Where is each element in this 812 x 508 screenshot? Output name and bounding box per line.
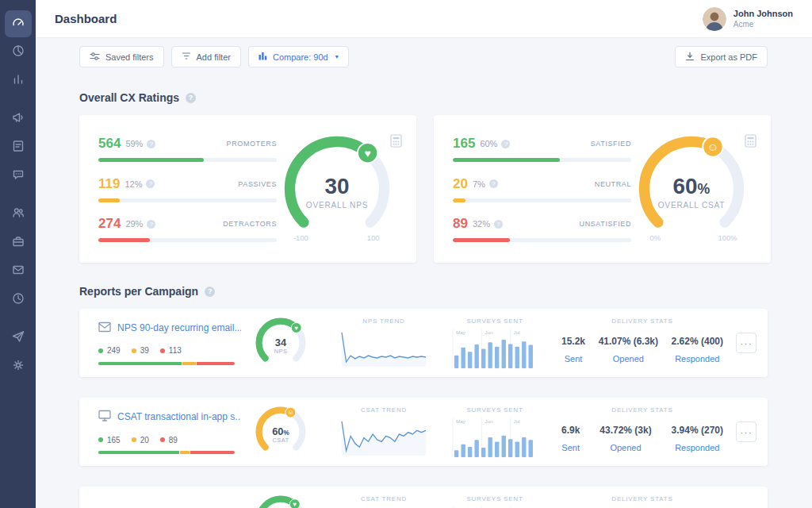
satisfied-progress-bar <box>453 158 631 162</box>
surveys-sent-label: SURVEYS SENT <box>451 406 538 414</box>
campaign-row: NPS 90-day recurring email... 24939113 ♥… <box>79 309 768 377</box>
sent-stat: 15.2k Sent <box>561 336 585 364</box>
svg-text:♥: ♥ <box>294 325 298 332</box>
sidebar-item-settings[interactable] <box>5 353 32 380</box>
campaign-gauge: ♥ <box>253 493 308 508</box>
svg-text:OVERALL NPS: OVERALL NPS <box>306 201 368 210</box>
user-name: John Johnson <box>733 9 793 18</box>
dashboard-content: Overall CX Ratings ? 564 59% ? PROMOTERS <box>36 75 812 508</box>
sidebar-item-chat[interactable] <box>5 163 32 190</box>
satisfied-value: 165 <box>453 136 475 152</box>
sidebar-item-bar-chart[interactable] <box>5 67 32 94</box>
trend-label: CSAT TREND <box>340 406 427 414</box>
svg-text:♥: ♥ <box>293 501 297 508</box>
passives-progress-bar <box>98 198 277 202</box>
section-reports-per-campaign: Reports per Campaign ? <box>79 285 768 298</box>
nps-gauge: ♥ 30 OVERALL NPS-100 100 <box>277 129 397 249</box>
help-icon[interactable]: ? <box>489 179 498 188</box>
sent-link[interactable]: Sent <box>561 354 585 364</box>
campaign-gauge: ☺ 60% CSAT <box>253 404 308 460</box>
campaign-link[interactable]: NPS 90-day recurring email... <box>98 321 241 335</box>
svg-text:May: May <box>456 330 466 335</box>
page-title: Dashboard <box>55 12 117 25</box>
responded-stat: 3.94% (270) Responded <box>672 425 723 452</box>
calculator-icon[interactable] <box>745 134 756 151</box>
sidebar-item-survey[interactable] <box>5 134 32 161</box>
megaphone-icon <box>11 110 25 128</box>
trend-label: NPS TREND <box>340 318 427 325</box>
top-header: Dashboard John Johnson Acme <box>36 0 812 38</box>
help-icon[interactable]: ? <box>186 93 196 103</box>
delivery-stats-label: DELIVERY STATS <box>558 318 726 325</box>
sidebar-item-pie-chart[interactable] <box>5 39 32 66</box>
sidebar-item-dashboard[interactable] <box>5 10 32 37</box>
gear-icon <box>11 358 25 375</box>
opened-link[interactable]: Opened <box>599 354 658 364</box>
svg-text:Jul: Jul <box>514 419 520 424</box>
svg-text:CSAT: CSAT <box>272 437 289 444</box>
svg-text:0%: 0% <box>650 233 661 242</box>
filter-icon <box>182 52 191 62</box>
compare-dropdown[interactable]: Compare: 90d ▾ <box>248 46 349 67</box>
sidebar-item-history[interactable] <box>5 287 32 314</box>
help-icon[interactable]: ? <box>147 140 155 148</box>
svg-text:34: 34 <box>275 337 287 348</box>
help-icon[interactable]: ? <box>205 287 215 297</box>
help-icon[interactable]: ? <box>147 220 155 229</box>
sidebar-item-users[interactable] <box>5 201 32 228</box>
unsatisfied-row: 89 32% ? UNSATISFIED <box>453 216 631 242</box>
opened-stat: 43.72% (3k) Opened <box>599 425 651 452</box>
user-menu[interactable]: John Johnson Acme <box>703 7 793 31</box>
neutral-value: 20 <box>453 176 468 192</box>
satisfied-row: 165 60% ? SATISFIED <box>453 136 631 162</box>
campaign-row: ♥ CSAT TREND SURVEYS SENT May Jun Jul DE… <box>79 487 768 508</box>
survey-document-icon <box>11 139 25 156</box>
opened-link[interactable]: Opened <box>599 443 651 452</box>
csat-card: 165 60% ? SATISFIED 20 7% ? <box>434 115 771 263</box>
help-icon[interactable]: ? <box>494 220 503 229</box>
svg-text:60%: 60% <box>272 425 289 437</box>
detractors-row: 274 29% ? DETRACTORS <box>98 216 277 242</box>
bar-chart-icon <box>11 72 25 90</box>
help-icon[interactable]: ? <box>501 140 510 148</box>
briefcase-icon <box>11 234 25 252</box>
neutral-progress-bar <box>453 198 631 202</box>
export-pdf-button[interactable]: Export as PDF <box>675 46 768 67</box>
neutral-percent: 7% <box>473 179 485 189</box>
svg-text:☺: ☺ <box>707 140 718 153</box>
promoters-row: 564 59% ? PROMOTERS <box>98 136 277 162</box>
opened-stat: 41.07% (6.3k) Opened <box>599 336 658 364</box>
sidebar-item-send[interactable] <box>5 325 32 352</box>
detractors-progress-bar <box>98 238 277 242</box>
compare-chart-icon <box>259 52 267 62</box>
campaign-stacked-bar <box>98 362 235 365</box>
dashboard-icon <box>11 15 25 33</box>
sidebar-item-megaphone[interactable] <box>5 106 32 133</box>
help-icon[interactable]: ? <box>146 179 155 188</box>
sidebar-item-briefcase[interactable] <box>5 229 32 256</box>
more-options-button[interactable]: ··· <box>736 421 756 442</box>
sliders-icon <box>90 52 100 63</box>
avatar <box>703 7 726 31</box>
more-options-button[interactable]: ··· <box>736 333 756 353</box>
responded-link[interactable]: Responded <box>672 443 723 452</box>
clock-icon <box>11 291 25 309</box>
campaign-gauge: ♥ 34 NPS <box>253 315 308 371</box>
passives-value: 119 <box>98 176 120 192</box>
add-filter-button[interactable]: Add filter <box>171 46 241 67</box>
svg-text:100%: 100% <box>718 233 737 242</box>
campaign-legend: 1652089 <box>98 431 241 445</box>
responded-link[interactable]: Responded <box>672 354 723 364</box>
surveys-sent-label: SURVEYS SENT <box>451 495 538 502</box>
campaign-legend: 24939113 <box>98 342 241 356</box>
chat-bubble-icon <box>11 167 25 185</box>
paper-plane-icon <box>11 329 25 347</box>
svg-text:30: 30 <box>325 174 350 198</box>
saved-filters-button[interactable]: Saved filters <box>79 46 164 67</box>
promoters-progress-bar <box>98 158 277 162</box>
campaign-row: CSAT transactional in-app s... 1652089 ☺… <box>79 398 768 466</box>
sidebar-item-email[interactable] <box>5 258 32 285</box>
sent-link[interactable]: Sent <box>561 443 580 452</box>
campaign-link[interactable]: CSAT transactional in-app s... <box>98 410 241 424</box>
calculator-icon[interactable] <box>390 134 402 151</box>
